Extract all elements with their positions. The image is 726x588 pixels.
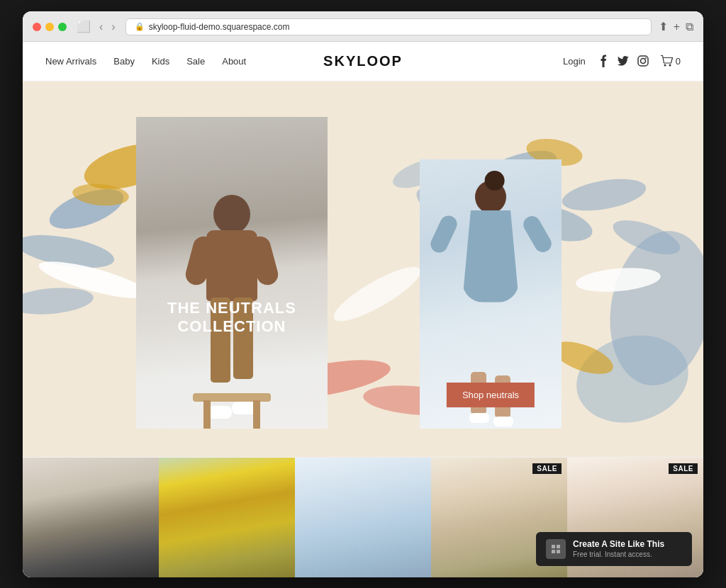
collection-title: THE NEUTRALS COLLECTION (167, 299, 296, 337)
nav-right: Login (563, 55, 681, 67)
nav-new-arrivals[interactable]: New Arrivals (45, 56, 96, 67)
tabs-icon[interactable]: ⧉ (686, 21, 693, 33)
address-bar[interactable]: 🔒 skyloop-fluid-demo.squarespace.com (125, 18, 652, 35)
nav-sale[interactable]: Sale (186, 56, 205, 67)
hero-card-girl: Shop neutrals (420, 159, 562, 429)
cart-count: 0 (676, 56, 681, 67)
product-item-3[interactable] (295, 458, 431, 577)
nav-login[interactable]: Login (563, 56, 586, 67)
product-item-2[interactable] (159, 458, 295, 577)
nav-kids[interactable]: Kids (152, 56, 169, 67)
nav-baby[interactable]: Baby (113, 56, 135, 67)
social-icons (597, 55, 649, 67)
svg-point-4 (669, 64, 671, 67)
squarespace-text: Create A Site Like This Free trial. Inst… (573, 539, 664, 558)
sale-badge-4: SALE (532, 463, 562, 474)
share-icon[interactable]: ⬆ (659, 20, 668, 33)
navigation: New Arrivals Baby Kids Sale About SKYLOO… (23, 42, 703, 81)
stool (193, 386, 271, 429)
sale-badge-5: SALE (669, 463, 698, 474)
product-section: SALE SALE Create A (23, 457, 703, 577)
nav-about[interactable]: About (222, 56, 246, 67)
shop-neutrals-button[interactable]: Shop neutrals (447, 383, 535, 407)
browser-window: ⬜ ‹ › 🔒 skyloop-fluid-demo.squarespace.c… (23, 11, 703, 577)
url-text: skyloop-fluid-demo.squarespace.com (149, 22, 290, 32)
svg-rect-28 (552, 550, 555, 553)
brand-logo[interactable]: SKYLOOP (323, 53, 403, 69)
nav-left: New Arrivals Baby Kids Sale About (45, 56, 246, 67)
traffic-lights (33, 23, 67, 31)
squarespace-logo (546, 539, 566, 559)
back-button[interactable]: ‹ (96, 19, 106, 35)
svg-rect-0 (638, 56, 648, 66)
close-button[interactable] (33, 23, 41, 31)
svg-point-2 (645, 57, 647, 59)
browser-chrome: ⬜ ‹ › 🔒 skyloop-fluid-demo.squarespace.c… (23, 11, 703, 42)
squarespace-banner[interactable]: Create A Site Like This Free trial. Inst… (536, 532, 692, 566)
browser-actions: ⬆ + ⧉ (659, 20, 693, 33)
forward-button[interactable]: › (108, 19, 118, 35)
svg-rect-29 (557, 550, 560, 553)
minimize-button[interactable] (45, 23, 54, 31)
sidebar-toggle-icon[interactable]: ⬜ (74, 18, 94, 35)
cart-button[interactable]: 0 (661, 55, 681, 67)
svg-point-1 (640, 59, 645, 64)
facebook-icon[interactable] (597, 55, 610, 67)
hero-section: THE NEUTRALS COLLECTION (23, 81, 703, 457)
product-item-1[interactable] (23, 458, 159, 577)
squarespace-sub: Free trial. Instant access. (573, 550, 664, 558)
website: New Arrivals Baby Kids Sale About SKYLOO… (23, 42, 703, 577)
maximize-button[interactable] (58, 23, 67, 31)
twitter-icon[interactable] (617, 55, 630, 67)
svg-rect-27 (557, 545, 560, 548)
lock-icon: 🔒 (135, 22, 145, 31)
svg-point-3 (664, 64, 666, 67)
instagram-icon[interactable] (637, 55, 649, 67)
collection-title-line2: COLLECTION (167, 317, 296, 336)
squarespace-cta: Create A Site Like This (573, 539, 664, 549)
collection-title-line1: THE NEUTRALS (167, 299, 296, 317)
browser-controls: ⬜ ‹ › (74, 18, 118, 35)
hero-background (23, 81, 703, 457)
hero-card-neutrals: THE NEUTRALS COLLECTION (136, 117, 328, 429)
svg-rect-26 (552, 545, 555, 548)
new-tab-icon[interactable]: + (674, 21, 680, 33)
